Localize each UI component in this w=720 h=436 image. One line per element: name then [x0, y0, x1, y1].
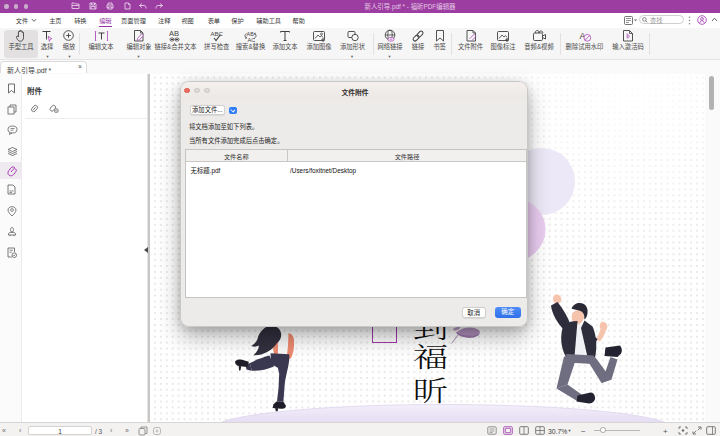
svg-text:AB: AB: [169, 29, 179, 38]
svg-text:ABC: ABC: [210, 31, 223, 37]
